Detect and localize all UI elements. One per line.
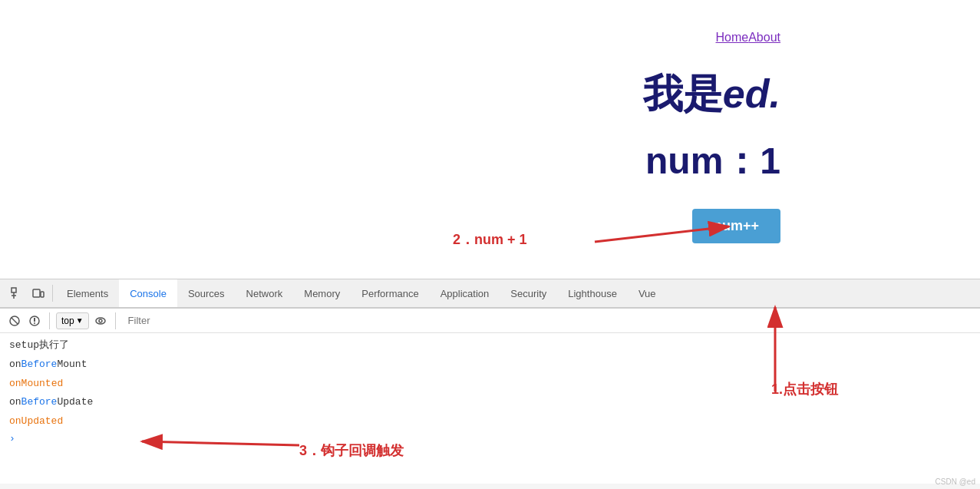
num-increment-button[interactable]: num++ bbox=[692, 209, 780, 243]
clear-console-button[interactable] bbox=[6, 312, 23, 329]
svg-line-10 bbox=[12, 318, 18, 324]
svg-rect-4 bbox=[12, 288, 16, 292]
tab-security[interactable]: Security bbox=[500, 279, 557, 309]
svg-point-14 bbox=[96, 318, 105, 324]
console-toolbar-divider bbox=[49, 312, 50, 329]
filter-divider bbox=[115, 312, 116, 329]
eye-icon-button[interactable] bbox=[92, 312, 109, 329]
tab-vue[interactable]: Vue bbox=[628, 279, 667, 309]
toolbar-divider bbox=[52, 285, 53, 302]
num-display: num：1 bbox=[645, 137, 780, 186]
console-prompt[interactable]: › bbox=[0, 431, 980, 446]
tab-sources[interactable]: Sources bbox=[177, 279, 236, 309]
annotation-label-2: 2．num + 1 bbox=[453, 230, 527, 249]
tab-performance[interactable]: Performance bbox=[351, 279, 429, 309]
console-line-onupdated: onUpdated bbox=[0, 412, 980, 431]
context-selector[interactable]: top ▼ bbox=[56, 312, 89, 329]
inspect-element-icon[interactable] bbox=[6, 282, 28, 304]
tab-elements[interactable]: Elements bbox=[56, 279, 119, 309]
svg-rect-8 bbox=[41, 292, 44, 297]
console-output: setup执行了 onBeforeMount onMounted onBefor… bbox=[0, 333, 980, 484]
prompt-arrow: › bbox=[9, 433, 15, 444]
tab-lighthouse[interactable]: Lighthouse bbox=[557, 279, 628, 309]
console-line-onbeforemount: onBeforeMount bbox=[0, 355, 980, 375]
svg-point-13 bbox=[34, 322, 35, 324]
main-heading: 我是ed. bbox=[643, 68, 780, 121]
console-toolbar: top ▼ bbox=[0, 309, 980, 333]
svg-point-15 bbox=[99, 319, 102, 322]
devtools-tabs: Elements Console Sources Network Memory … bbox=[0, 279, 980, 309]
annotation-label-1: 1.点击按钮 bbox=[771, 380, 838, 398]
filter-input[interactable] bbox=[122, 309, 974, 332]
context-selector-label: top bbox=[61, 316, 74, 326]
tab-memory[interactable]: Memory bbox=[293, 279, 351, 309]
console-line-setup: setup执行了 bbox=[0, 336, 980, 355]
tab-console[interactable]: Console bbox=[119, 279, 177, 309]
annotation-label-3: 3．钩子回调触发 bbox=[299, 441, 404, 460]
home-link[interactable]: Home bbox=[716, 31, 749, 45]
about-link[interactable]: About bbox=[748, 31, 780, 45]
pause-on-exception-button[interactable] bbox=[26, 312, 43, 329]
context-selector-arrow: ▼ bbox=[76, 316, 84, 325]
watermark: CSDN @ed bbox=[935, 477, 975, 486]
svg-rect-7 bbox=[33, 289, 40, 297]
tab-network[interactable]: Network bbox=[236, 279, 294, 309]
tab-application[interactable]: Application bbox=[430, 279, 500, 309]
device-toolbar-icon[interactable] bbox=[28, 282, 49, 304]
